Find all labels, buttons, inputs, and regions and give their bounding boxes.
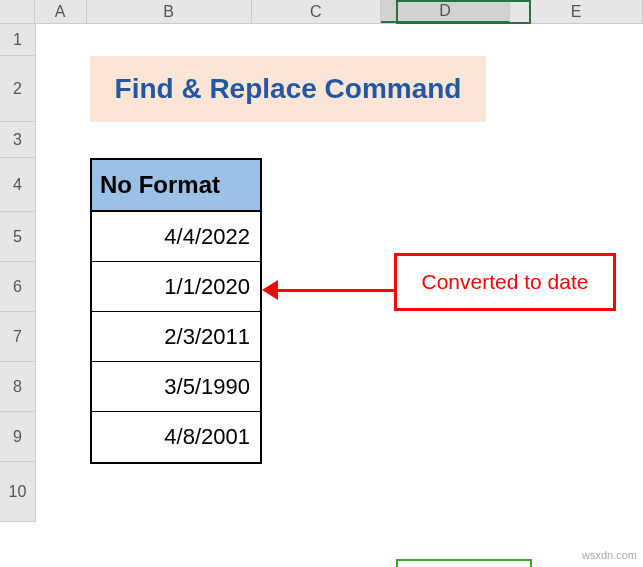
partial-cell-border: [396, 559, 532, 567]
page-title: Find & Replace Command: [115, 73, 462, 105]
row-header-8[interactable]: 8: [0, 362, 36, 412]
data-table: No Format 4/4/2022 1/1/2020 2/3/2011 3/5…: [90, 158, 262, 464]
arrow-annotation: [262, 280, 394, 300]
callout-text: Converted to date: [422, 270, 589, 294]
row-header-9[interactable]: 9: [0, 412, 36, 462]
row-header-6[interactable]: 6: [0, 262, 36, 312]
column-header-row: A B C D E: [0, 0, 643, 24]
select-all-corner[interactable]: [0, 0, 35, 23]
col-header-B[interactable]: B: [87, 0, 252, 23]
row-header-7[interactable]: 7: [0, 312, 36, 362]
watermark: wsxdn.com: [582, 549, 637, 561]
row-header-5[interactable]: 5: [0, 212, 36, 262]
col-header-D[interactable]: D: [381, 0, 511, 23]
table-row[interactable]: 1/1/2020: [92, 262, 260, 312]
callout-box: Converted to date: [394, 253, 616, 311]
title-banner: Find & Replace Command: [90, 56, 486, 122]
row-header-4[interactable]: 4: [0, 158, 36, 212]
row-header-3[interactable]: 3: [0, 122, 36, 158]
table-row[interactable]: 4/4/2022: [92, 212, 260, 262]
table-row[interactable]: 3/5/1990: [92, 362, 260, 412]
table-row[interactable]: 2/3/2011: [92, 312, 260, 362]
row-header-1[interactable]: 1: [0, 24, 36, 56]
col-header-E[interactable]: E: [510, 0, 643, 23]
col-header-A[interactable]: A: [35, 0, 87, 23]
arrow-line: [274, 289, 394, 292]
row-header-10[interactable]: 10: [0, 462, 36, 522]
spreadsheet-grid: A B C D E 1 2 3 4 5 6 7 8 9 10 Find & Re…: [0, 0, 643, 567]
table-row[interactable]: 4/8/2001: [92, 412, 260, 462]
row-header-2[interactable]: 2: [0, 56, 36, 122]
col-header-C[interactable]: C: [252, 0, 381, 23]
table-header[interactable]: No Format: [92, 160, 260, 212]
